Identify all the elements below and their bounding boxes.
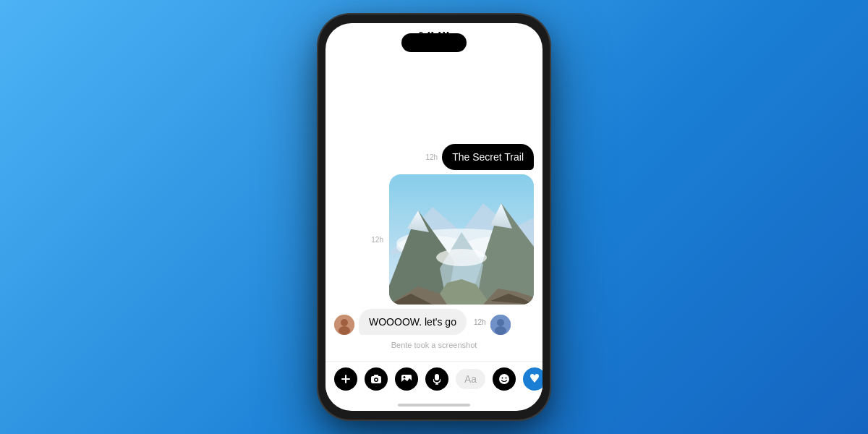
home-indicator — [398, 404, 470, 407]
sender-avatar — [334, 315, 354, 335]
svg-point-20 — [497, 319, 504, 326]
message-time-1: 12h — [425, 153, 438, 161]
message-row-image: 12h — [334, 174, 534, 305]
like-button[interactable] — [523, 367, 542, 391]
input-placeholder: Aa — [464, 373, 477, 385]
emoji-button[interactable] — [493, 367, 516, 391]
mic-button[interactable] — [425, 367, 448, 391]
message-input[interactable]: Aa — [456, 369, 485, 389]
received-message-row: WOOOOW. let's go 12h — [334, 309, 534, 335]
viewer-avatar — [490, 315, 511, 335]
svg-point-21 — [495, 326, 506, 335]
svg-point-34 — [499, 374, 509, 384]
message-time-3: 12h — [474, 318, 486, 326]
add-button[interactable] — [334, 367, 357, 391]
message-toolbar: Aa — [326, 361, 542, 399]
screenshot-notice: Bente took a screenshot — [334, 341, 534, 349]
chat-area: 12h The Secret Trail 12h — [326, 42, 542, 361]
status-bar: 9:41 AM — [326, 23, 542, 42]
dynamic-island — [401, 33, 467, 52]
gallery-button[interactable] — [395, 367, 418, 391]
svg-point-36 — [506, 378, 507, 379]
message-time-2: 12h — [371, 236, 383, 244]
chat-image[interactable] — [389, 174, 534, 305]
svg-rect-31 — [435, 374, 439, 380]
svg-rect-27 — [374, 375, 378, 377]
phone-container: 9:41 AM 12h The Secret Trail 12h — [318, 14, 550, 420]
message-row-sent-text: 12h The Secret Trail — [334, 144, 534, 170]
svg-point-26 — [375, 379, 378, 381]
svg-point-29 — [404, 376, 406, 378]
svg-point-35 — [502, 378, 503, 379]
sent-bubble[interactable]: The Secret Trail — [442, 144, 534, 170]
camera-button[interactable] — [365, 367, 388, 391]
received-bubble[interactable]: WOOOOW. let's go — [359, 309, 467, 335]
svg-point-18 — [339, 326, 350, 335]
svg-point-10 — [436, 249, 487, 266]
svg-point-17 — [341, 319, 348, 326]
phone-screen: 9:41 AM 12h The Secret Trail 12h — [326, 23, 542, 411]
